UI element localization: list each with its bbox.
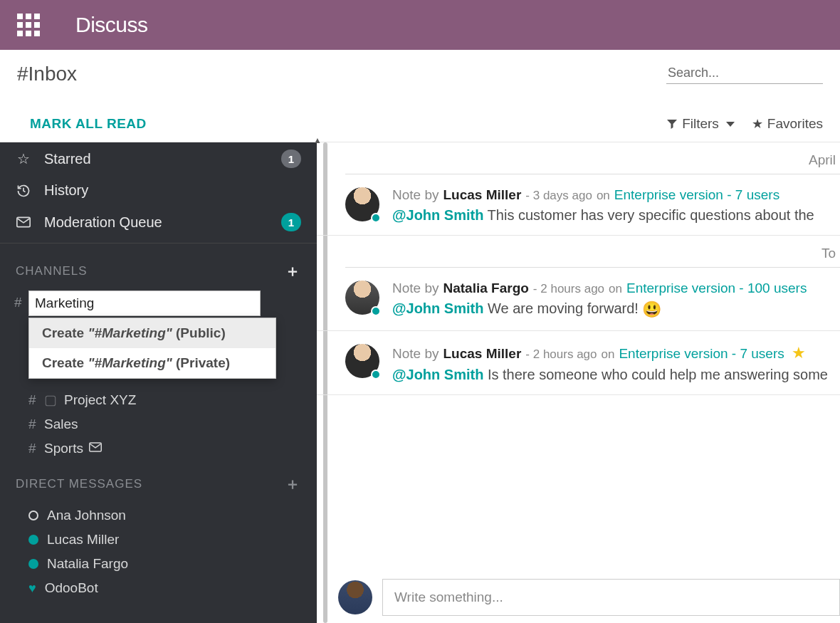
hash-icon: #	[14, 295, 22, 310]
avatar	[345, 281, 379, 315]
mention[interactable]: @John Smith	[392, 300, 483, 316]
avatar	[345, 344, 379, 378]
message: Note by Lucas Miller - 2 hours ago on En…	[317, 331, 840, 395]
create-public-option[interactable]: Create "#Marketing" (Public)	[29, 318, 275, 348]
star-outline-icon: ☆	[16, 150, 31, 167]
message-time: - 3 days ago	[525, 189, 592, 203]
composer-input[interactable]	[382, 579, 840, 616]
date-separator: To	[345, 236, 840, 268]
filter-group: Filters ★ Favorites	[666, 116, 823, 132]
favorites-button[interactable]: ★ Favorites	[752, 116, 823, 132]
apps-grid-icon[interactable]	[17, 14, 40, 36]
hash-icon: #	[28, 417, 38, 432]
mention[interactable]: @John Smith	[392, 367, 483, 382]
sidebar-item-moderation[interactable]: Moderation Queue 1	[0, 206, 317, 239]
message-body: We are moving forward!	[488, 300, 643, 316]
author-name: Natalia Fargo	[443, 281, 528, 296]
add-channel-button[interactable]: ＋	[285, 261, 301, 282]
mark-all-read-button[interactable]: MARK ALL READ	[17, 116, 147, 132]
channel-create-dropdown: Create "#Marketing" (Public) Create "#Ma…	[28, 318, 276, 379]
dm-list: Ana Johnson Lucas Miller Natalia Fargo ♥…	[0, 502, 317, 603]
channel-item[interactable]: # ▢ Project XYZ	[28, 387, 317, 412]
channel-item[interactable]: # Sales	[28, 412, 317, 436]
create-term: "#Marketing"	[88, 355, 172, 370]
create-suffix: (Public)	[176, 325, 226, 340]
mention[interactable]: @John Smith	[392, 207, 483, 223]
note-by-label: Note by	[392, 187, 439, 203]
dm-name: OdooBot	[45, 580, 98, 596]
funnel-icon	[666, 118, 678, 130]
dm-heading: DIRECT MESSAGES	[16, 477, 142, 491]
record-link[interactable]: Enterprise version - 7 users	[619, 346, 784, 362]
presence-online-icon	[371, 213, 381, 223]
presence-online-icon	[371, 306, 381, 316]
create-word: Create	[42, 355, 84, 370]
message-body: Is there someone who could help me answe…	[488, 367, 828, 382]
dm-item[interactable]: Natalia Fargo	[28, 552, 317, 576]
dm-name: Lucas Miller	[47, 532, 119, 548]
dm-heading-row: DIRECT MESSAGES ＋	[0, 464, 317, 502]
filters-label: Filters	[682, 116, 719, 132]
presence-offline-icon	[28, 511, 38, 520]
message-time: - 2 hours ago	[525, 347, 597, 362]
divider	[0, 243, 317, 244]
message-text: @John Smith Is there someone who could h…	[392, 367, 840, 383]
create-term: "#Marketing"	[88, 325, 172, 340]
caret-down-icon	[726, 122, 735, 127]
badge: 1	[281, 150, 301, 168]
search-input[interactable]	[666, 63, 823, 84]
dm-item[interactable]: Ana Johnson	[28, 503, 317, 528]
hash-icon: #	[28, 392, 38, 408]
record-link[interactable]: Enterprise version - 7 users	[614, 187, 779, 203]
add-dm-button[interactable]: ＋	[285, 473, 301, 495]
author-name: Lucas Miller	[443, 346, 521, 362]
page-title: #Inbox	[17, 63, 77, 85]
star-icon: ★	[752, 116, 763, 132]
star-favorite-icon[interactable]: ★	[792, 344, 806, 362]
record-link[interactable]: Enterprise version - 100 users	[626, 281, 807, 296]
favorites-label: Favorites	[767, 116, 823, 132]
sidebar-item-label: Moderation Queue	[44, 214, 268, 231]
sidebar-item-history[interactable]: History	[0, 175, 317, 206]
date-separator: April	[345, 142, 840, 174]
message-text: @John Smith We are moving forward! 😃	[392, 300, 840, 319]
author-name: Lucas Miller	[443, 187, 521, 203]
sidebar-item-label: Starred	[44, 151, 268, 167]
on-label: on	[609, 282, 622, 296]
hash-icon: #	[28, 441, 38, 456]
main: ▲ ☆ Starred 1 History Moderation Queue 1	[0, 142, 840, 623]
channel-item[interactable]: # Sports	[28, 436, 317, 461]
channel-name-input[interactable]	[28, 290, 261, 316]
heart-icon: ♥	[28, 581, 36, 596]
history-icon	[16, 184, 31, 198]
envelope-icon	[89, 441, 102, 456]
channel-label: Sports	[44, 441, 83, 456]
on-label: on	[602, 347, 615, 362]
badge: 1	[281, 213, 301, 231]
content-area: April Note by Lucas Miller - 3 days ago …	[317, 142, 840, 623]
app-title: Discuss	[75, 13, 148, 37]
message-header: Note by Natalia Fargo - 2 hours ago on E…	[392, 281, 840, 296]
create-suffix: (Private)	[176, 355, 230, 370]
message-time: - 2 hours ago	[533, 282, 604, 296]
channel-label: Sales	[44, 417, 78, 432]
channel-create-wrap: # Create "#Marketing" (Public) Create "#…	[28, 290, 317, 316]
sidebar-item-label: History	[44, 182, 301, 199]
dm-item[interactable]: ♥ OdooBot	[28, 576, 317, 600]
create-private-option[interactable]: Create "#Marketing" (Private)	[29, 348, 275, 378]
channels-heading: CHANNELS	[16, 264, 88, 278]
presence-online-icon	[371, 370, 381, 379]
current-user-avatar	[338, 580, 372, 614]
message-text: @John Smith This customer has very speci…	[392, 207, 840, 224]
message: Note by Lucas Miller - 3 days ago on Ent…	[317, 174, 840, 236]
search-wrap	[666, 63, 823, 84]
dm-item[interactable]: Lucas Miller	[28, 528, 317, 552]
topbar: Discuss	[0, 0, 840, 50]
message-body: This customer has very specific question…	[488, 207, 814, 223]
message-header: Note by Lucas Miller - 2 hours ago on En…	[392, 344, 840, 362]
presence-online-icon	[28, 559, 38, 569]
note-by-label: Note by	[392, 281, 439, 296]
sidebar-item-starred[interactable]: ☆ Starred 1	[0, 142, 317, 175]
filters-button[interactable]: Filters	[666, 116, 735, 132]
message: Note by Natalia Fargo - 2 hours ago on E…	[317, 268, 840, 331]
